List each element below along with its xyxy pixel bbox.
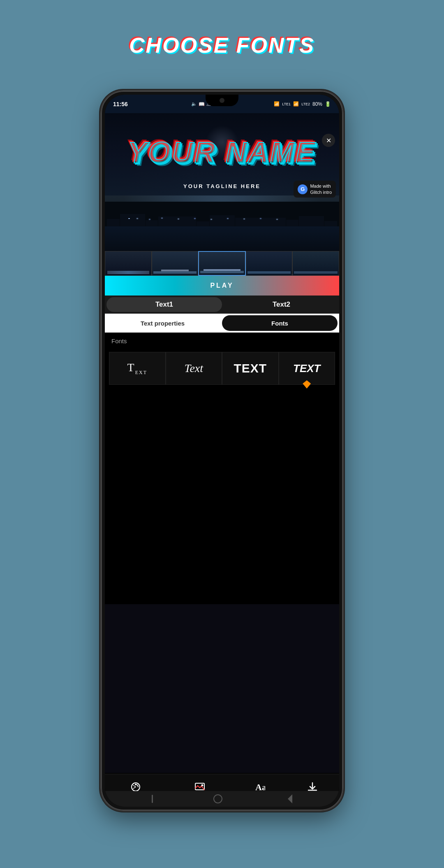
page-title: CHOOSE FONTS xyxy=(129,33,315,58)
svg-point-3 xyxy=(201,784,204,786)
font-preview-1: TEXT xyxy=(127,361,147,376)
thumb-4[interactable] xyxy=(246,251,293,276)
text-tabs: Text1 Text2 xyxy=(105,296,339,314)
speaker-icon: 🔈 xyxy=(191,101,197,107)
text-properties-tab[interactable]: Text properties xyxy=(105,314,220,333)
fonts-tab[interactable]: Fonts xyxy=(222,315,338,331)
water-reflection xyxy=(105,226,339,251)
font-item-1[interactable]: TEXT xyxy=(109,352,166,385)
prop-tabs: Text properties Fonts xyxy=(105,314,339,333)
thumb-1[interactable] xyxy=(105,251,152,276)
home-recents-button[interactable] xyxy=(283,794,292,803)
battery-level: 80% xyxy=(312,101,322,107)
status-time: 11:56 xyxy=(113,101,128,107)
thumb-5[interactable] xyxy=(292,251,339,276)
book-icon: 📖 xyxy=(199,101,205,107)
battery-icon: 🔋 xyxy=(325,101,331,107)
text1-tab[interactable]: Text1 xyxy=(106,297,222,312)
home-back-button[interactable] xyxy=(152,795,153,803)
phone-device: 11:56 🔈 📖 ⚠ 📶 LTE1 📶 LTE2 80% 🔋 xyxy=(101,91,343,811)
notch xyxy=(206,95,238,106)
made-with-badge: G Made withGlitch intro xyxy=(294,181,336,198)
text2-tab[interactable]: Text2 xyxy=(224,296,339,314)
home-indicator xyxy=(105,791,339,807)
thumbnail-strip[interactable] xyxy=(105,251,339,276)
status-bar: 11:56 🔈 📖 ⚠ 📶 LTE1 📶 LTE2 80% 🔋 xyxy=(105,95,339,113)
svg-point-1 xyxy=(135,784,136,785)
fonts-section: Fonts TEXT Text TEXT TEXT xyxy=(105,333,339,774)
font-item-4[interactable]: TEXT xyxy=(279,352,335,385)
lte2-label: LTE2 xyxy=(301,102,310,106)
preview-main-text: YOUR NAME xyxy=(105,136,339,170)
dark-content-area xyxy=(105,604,339,773)
close-button[interactable]: ✕ xyxy=(322,134,335,147)
play-button[interactable]: PLAY xyxy=(105,276,339,296)
home-button[interactable] xyxy=(213,794,222,803)
fonts-grid: TEXT Text TEXT TEXT xyxy=(105,348,339,389)
premium-diamond-icon xyxy=(303,380,311,389)
font-preview-4: TEXT xyxy=(293,362,320,375)
status-right: 📶 LTE1 📶 LTE2 80% 🔋 xyxy=(274,101,331,107)
made-with-text: Made withGlitch intro xyxy=(310,183,332,195)
camera-notch xyxy=(220,98,224,103)
thumb-3[interactable] xyxy=(198,251,246,276)
preview-area: YOUR NAME YOUR TAGLINE HERE ✕ G Made wit… xyxy=(105,113,339,251)
font-item-2[interactable]: Text xyxy=(166,352,222,385)
font-preview-2: Text xyxy=(184,362,203,375)
svg-text:Aa: Aa xyxy=(255,782,265,792)
wifi-icon: 📶 xyxy=(274,101,280,107)
phone-screen: 11:56 🔈 📖 ⚠ 📶 LTE1 📶 LTE2 80% 🔋 xyxy=(105,95,339,807)
cityscape xyxy=(105,202,339,226)
signal-icon: 📶 xyxy=(293,101,299,107)
thumb-2[interactable] xyxy=(152,251,199,276)
font-preview-3: TEXT xyxy=(234,361,267,375)
font-item-3[interactable]: TEXT xyxy=(222,352,279,385)
glitch-icon: G xyxy=(298,184,308,194)
lte1-label: LTE1 xyxy=(282,102,291,106)
fonts-label: Fonts xyxy=(105,333,339,348)
